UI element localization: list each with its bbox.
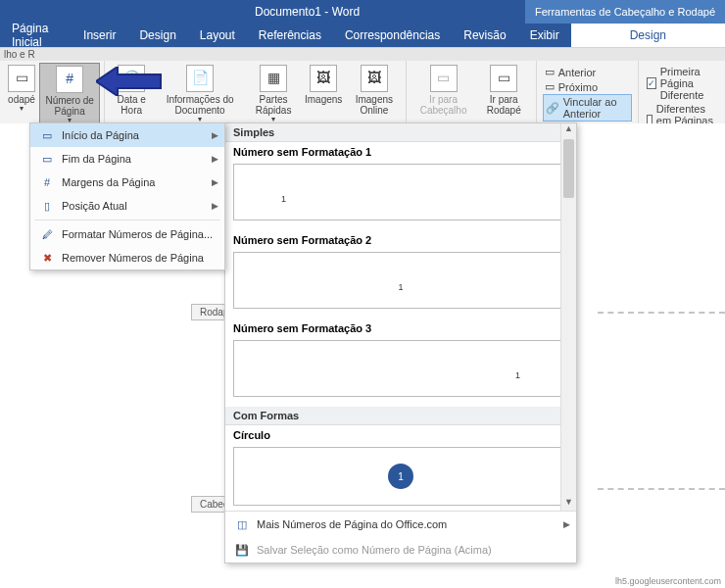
goto-footer-button[interactable]: ▭ Ir para Rodapé bbox=[476, 63, 532, 118]
preview-circle: 1 bbox=[388, 464, 413, 489]
chevron-right-icon: ▶ bbox=[212, 130, 218, 140]
current-position-icon: ▯ bbox=[38, 198, 56, 214]
doc-info-label: Informações do Documento bbox=[158, 94, 242, 116]
gallery-scrollbar[interactable]: ▲ ▼ bbox=[560, 123, 576, 511]
quick-parts-button[interactable]: ▦ Partes Rápidas ▾ bbox=[246, 63, 301, 126]
quick-parts-icon: ▦ bbox=[260, 65, 287, 92]
menu-remove-page-numbers[interactable]: ✖ Remover Números de Página bbox=[30, 246, 224, 270]
gallery-save-selection: 💾 Salvar Seleção como Número de Página (… bbox=[225, 537, 576, 563]
first-page-different-checkbox[interactable]: ✓ Primeira Página Diferente bbox=[647, 65, 717, 102]
scroll-down-icon[interactable]: ▼ bbox=[561, 497, 576, 511]
previous-button[interactable]: ▭ Anterior bbox=[543, 65, 599, 79]
gallery-footer: ◫ Mais Números de Página do Office.com ▶… bbox=[225, 511, 576, 563]
tab-hf-design[interactable]: Design bbox=[571, 24, 725, 47]
svg-marker-0 bbox=[96, 67, 161, 96]
gallery-item-title-nf1: Número sem Formatação 1 bbox=[225, 142, 576, 162]
checkbox-icon: ✓ bbox=[647, 77, 656, 89]
format-icon: 🖉 bbox=[38, 226, 56, 242]
tab-layout[interactable]: Layout bbox=[188, 24, 247, 47]
gallery-item-title-nf3: Número sem Formatação 3 bbox=[225, 318, 576, 338]
tab-design[interactable]: Design bbox=[127, 24, 187, 47]
previous-label: Anterior bbox=[558, 67, 597, 78]
scroll-up-icon[interactable]: ▲ bbox=[561, 123, 576, 137]
page-number-menu: ▭ Início da Página ▶ ▭ Fim da Página ▶ #… bbox=[29, 122, 225, 270]
scroll-thumb[interactable] bbox=[563, 139, 574, 198]
page-number-button[interactable]: # Número de Página ▾ bbox=[39, 63, 100, 128]
page-number-gallery: Simples Número sem Formatação 1 1 Número… bbox=[224, 122, 577, 564]
tab-home[interactable]: Página Inicial bbox=[0, 24, 72, 47]
menu-page-margins[interactable]: # Margens da Página ▶ bbox=[30, 171, 224, 194]
doc-info-icon: 📄 bbox=[186, 65, 214, 92]
gallery-more-office[interactable]: ◫ Mais Números de Página do Office.com ▶ bbox=[225, 512, 576, 537]
chevron-right-icon: ▶ bbox=[212, 154, 218, 164]
gallery-item-nf3[interactable]: 1 bbox=[233, 340, 568, 397]
preview-number: 1 bbox=[398, 282, 403, 292]
document-title: Documento1 - Word bbox=[255, 5, 360, 19]
next-label: Próximo bbox=[558, 81, 598, 93]
chevron-right-icon: ▶ bbox=[212, 201, 218, 211]
gallery-item-nf2[interactable]: 1 bbox=[233, 252, 568, 309]
tab-view[interactable]: Exibir bbox=[518, 24, 571, 47]
gallery-item-circle[interactable]: 1 bbox=[233, 447, 568, 506]
page-margins-icon: # bbox=[38, 174, 56, 190]
first-page-different-label: Primeira Página Diferente bbox=[660, 66, 717, 101]
doc-info-button[interactable]: 📄 Informações do Documento ▾ bbox=[154, 63, 246, 126]
menu-current-label: Posição Atual bbox=[62, 200, 127, 212]
next-icon: ▭ bbox=[545, 80, 555, 93]
pictures-button[interactable]: 🖼 Imagens bbox=[301, 63, 346, 126]
gallery-item-title-nf2: Número sem Formatação 2 bbox=[225, 230, 576, 250]
menu-current-position[interactable]: ▯ Posição Atual ▶ bbox=[30, 194, 224, 218]
tab-mailings[interactable]: Correspondências bbox=[333, 24, 452, 47]
contextual-tab-label: Ferramentas de Cabeçalho e Rodapé bbox=[525, 0, 725, 24]
pictures-online-label: Imagens Online bbox=[350, 94, 398, 116]
goto-header-button[interactable]: ▭ Ir para Cabeçalho bbox=[411, 63, 475, 118]
previous-icon: ▭ bbox=[545, 66, 555, 78]
goto-header-label: Ir para Cabeçalho bbox=[414, 94, 471, 116]
goto-footer-label: Ir para Rodapé bbox=[480, 94, 528, 116]
page-number-icon: # bbox=[56, 66, 83, 93]
chevron-right-icon: ▶ bbox=[212, 177, 218, 187]
gallery-item-title-circle: Círculo bbox=[225, 425, 576, 445]
link-icon: 🔗 bbox=[546, 102, 559, 115]
pictures-online-icon: 🖼 bbox=[361, 65, 388, 92]
gallery-scroll[interactable]: Simples Número sem Formatação 1 1 Número… bbox=[225, 123, 576, 511]
gallery-save-label: Salvar Seleção como Número de Página (Ac… bbox=[257, 544, 492, 556]
next-button[interactable]: ▭ Próximo bbox=[543, 79, 600, 94]
menu-top-label: Início da Página bbox=[62, 129, 139, 141]
section-separator bbox=[598, 488, 725, 490]
menu-bottom-label: Fim da Página bbox=[62, 153, 131, 165]
link-previous-toggle[interactable]: 🔗 Vincular ao Anterior bbox=[543, 94, 632, 122]
tab-references[interactable]: Referências bbox=[247, 24, 333, 47]
tab-insert[interactable]: Inserir bbox=[72, 24, 127, 47]
section-separator bbox=[598, 312, 725, 314]
preview-number: 1 bbox=[515, 370, 520, 380]
quick-parts-label: Partes Rápidas bbox=[250, 94, 297, 116]
goto-header-icon: ▭ bbox=[430, 65, 458, 92]
menu-margins-label: Margens da Página bbox=[62, 176, 155, 188]
menu-bottom-of-page[interactable]: ▭ Fim da Página ▶ bbox=[30, 147, 224, 171]
title-bar: Documento1 - Word Ferramentas de Cabeçal… bbox=[0, 0, 725, 24]
gallery-section-shapes: Com Formas bbox=[225, 407, 576, 425]
page-bottom-icon: ▭ bbox=[38, 151, 56, 167]
menu-format-page-numbers[interactable]: 🖉 Formatar Números de Página... bbox=[30, 222, 224, 246]
gallery-more-label: Mais Números de Página do Office.com bbox=[257, 518, 447, 530]
page-number-label: Número de Página bbox=[44, 95, 95, 117]
footer-icon: ▭ bbox=[8, 65, 35, 92]
gallery-item-nf1[interactable]: 1 bbox=[233, 164, 568, 220]
chevron-right-icon: ▶ bbox=[563, 519, 570, 529]
tab-review[interactable]: Revisão bbox=[452, 24, 517, 47]
save-icon: 💾 bbox=[233, 542, 251, 558]
menu-top-of-page[interactable]: ▭ Início da Página ▶ bbox=[30, 123, 224, 147]
pictures-label: Imagens bbox=[305, 94, 342, 105]
menu-separator bbox=[34, 220, 220, 220]
watermark: lh5.googleusercontent.com bbox=[615, 576, 721, 586]
ribbon-tabs: Página Inicial Inserir Design Layout Ref… bbox=[0, 24, 725, 47]
link-previous-label: Vincular ao Anterior bbox=[563, 96, 629, 120]
quick-access-fragment: lho e R bbox=[0, 47, 725, 61]
gallery-section-simple: Simples bbox=[225, 123, 576, 142]
pictures-icon: 🖼 bbox=[310, 65, 337, 92]
pictures-online-button[interactable]: 🖼 Imagens Online bbox=[346, 63, 402, 126]
footer-button[interactable]: ▭ odapé ▾ bbox=[4, 63, 39, 128]
preview-number: 1 bbox=[281, 194, 286, 204]
remove-icon: ✖ bbox=[38, 250, 56, 266]
